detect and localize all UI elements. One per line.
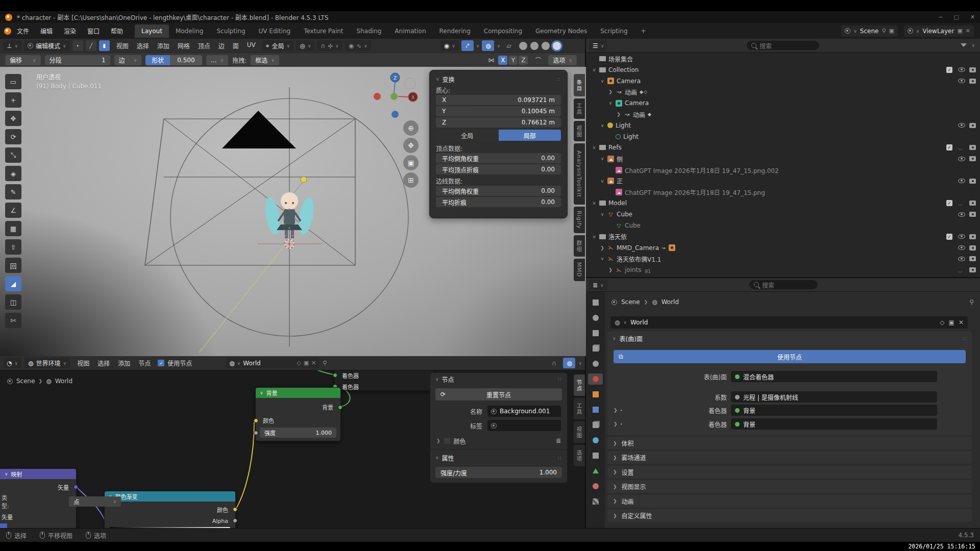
vertex-select-button[interactable]: ∙	[72, 40, 83, 51]
disable-render-icon[interactable]	[969, 79, 976, 84]
viewlayer-selector[interactable]: ∨ ViewLayer ▣ ✕	[904, 26, 974, 37]
median-x-field[interactable]: X0.093721 m	[436, 95, 561, 105]
disable-render-icon[interactable]	[969, 234, 976, 239]
window-close-button[interactable]: ✕	[970, 14, 975, 20]
global-button[interactable]: 全局	[436, 130, 499, 141]
workspace-tab-sculpting[interactable]: Sculpting	[210, 24, 252, 38]
disable-render-icon[interactable]	[969, 123, 976, 128]
collapse-icon[interactable]: ∨	[436, 77, 439, 82]
breadcrumb-world[interactable]: World	[55, 378, 72, 385]
drag-mode-dropdown[interactable]: 框选∨	[251, 55, 279, 65]
mapping-type-dropdown[interactable]: 点∨	[69, 496, 121, 507]
viewport-menu-添加[interactable]: 添加	[153, 40, 174, 52]
properties-tab-physics[interactable]	[588, 435, 603, 446]
copy-icon[interactable]: ▣	[957, 28, 962, 34]
mix-shader-node[interactable]: 着色器 着色器	[334, 367, 434, 391]
shader-n-panel-tab-视图[interactable]: 视图	[574, 421, 585, 443]
outliner-row-Cube[interactable]: ∨▽Cube	[586, 209, 980, 220]
reset-node-button[interactable]: ⟳ 重置节点	[435, 388, 562, 400]
disable-render-icon[interactable]	[969, 267, 976, 272]
viewport-menu-边[interactable]: 边	[214, 40, 229, 52]
workspace-tab-animation[interactable]: Animation	[388, 24, 432, 38]
hide-eye-icon[interactable]	[958, 212, 965, 217]
workspace-tab-scripting[interactable]: Scripting	[594, 24, 634, 38]
menu-文件[interactable]: 文件	[11, 24, 35, 37]
tool-options-dropdown[interactable]: 选项∨	[548, 55, 577, 65]
copy-icon[interactable]: ▣	[949, 319, 954, 326]
vertex-data-field-0[interactable]: 平均倒角权重0.00	[436, 153, 561, 163]
edge-select-button[interactable]: ╱	[86, 40, 96, 51]
drag-handle-icon[interactable]: ∷	[558, 377, 562, 382]
window-maximize-button[interactable]: ▢	[953, 14, 959, 20]
xray-toggle[interactable]: ▱	[503, 40, 515, 51]
outliner-row-侧[interactable]: ∨侧	[586, 153, 980, 164]
n-panel-tab-MMD[interactable]: MMD	[574, 259, 585, 281]
shader-menu-选择[interactable]: 选择	[93, 357, 114, 369]
n-panel-tab-条目[interactable]: 条目	[574, 74, 585, 96]
menu-帮助[interactable]: 帮助	[105, 24, 129, 37]
fake-user-shield-icon[interactable]: ◇	[297, 360, 301, 366]
vector-output-socket[interactable]	[74, 485, 78, 489]
workspace-tab-shading[interactable]: Shading	[350, 24, 388, 38]
properties-tab-texture[interactable]	[588, 496, 603, 507]
menu-窗口[interactable]: 窗口	[82, 24, 105, 37]
outliner-row-ChatGPT Image 2026年1月18日 19_47_15.png[interactable]: ChatGPT Image 2026年1月18日 19_47_15.png	[586, 187, 980, 198]
hide-eye-icon[interactable]	[958, 245, 965, 250]
vertex-data-field-1[interactable]: 平均顶点折痕0.00	[436, 164, 561, 174]
use-nodes-checkbox[interactable]: ✓	[158, 360, 164, 366]
drag-handle-icon[interactable]: ∷	[963, 336, 967, 341]
properties-tab-material[interactable]	[588, 481, 603, 492]
properties-tab-tool[interactable]	[588, 297, 603, 308]
chevron-down-icon[interactable]: ∨	[971, 43, 975, 48]
mode-dropdown[interactable]: 编辑模式∨	[24, 40, 70, 51]
node-name-field[interactable]: Background.001	[487, 406, 561, 417]
exclude-checkbox[interactable]: ✓	[946, 144, 952, 151]
outliner-row-Light[interactable]: ∨Light	[586, 120, 980, 131]
properties-tab-scene[interactable]	[588, 358, 603, 369]
visibility-dropdown[interactable]: ◉∨	[440, 40, 459, 51]
breadcrumb-world[interactable]: World	[662, 298, 679, 306]
add-workspace-button[interactable]: +	[634, 24, 653, 38]
median-z-field[interactable]: Z0.76612 m	[436, 117, 561, 128]
gizmos-toggle[interactable]: ⤤	[461, 40, 474, 51]
editor-type-button[interactable]: ◔∨	[3, 358, 21, 368]
bevel-segments-field[interactable]: 分段1	[45, 55, 110, 65]
tool-move[interactable]: ✥	[5, 111, 21, 126]
hide-eye-icon[interactable]	[958, 234, 965, 239]
outliner-row-场景集合[interactable]: 场景集合	[586, 53, 980, 64]
hide-eye-icon[interactable]	[958, 157, 965, 161]
outliner-row-洛天依[interactable]: ∨洛天依✓	[586, 231, 980, 242]
tool-add-cube[interactable]: ▦	[5, 221, 21, 236]
shader-menu-视图[interactable]: 视图	[73, 357, 93, 369]
properties-tab-view-layer[interactable]	[588, 343, 603, 354]
panel-自定义属性[interactable]: ❯自定义属性	[607, 509, 972, 522]
mirror-x-toggle[interactable]: X	[498, 56, 507, 65]
pin-icon[interactable]: ⚲	[323, 360, 327, 366]
correct-face-attributes-icon[interactable]: ⌒	[532, 55, 544, 65]
more-options-dropdown[interactable]: …∨	[206, 55, 229, 65]
n-panel-tab-工具[interactable]: 工具	[574, 98, 585, 119]
filter-funnel-icon[interactable]	[961, 43, 967, 47]
shader-socket[interactable]	[333, 373, 337, 378]
shading-wireframe-button[interactable]	[519, 42, 527, 50]
n-panel-tab-Rigify[interactable]: Rigify	[574, 207, 585, 233]
disable-render-icon[interactable]	[969, 201, 976, 206]
unlink-icon[interactable]: ✕	[311, 360, 316, 366]
snap-magnet-icon[interactable]: ∩	[548, 358, 560, 368]
hide-eye-icon[interactable]	[958, 257, 965, 261]
shading-material-button[interactable]	[542, 42, 550, 50]
row-value-field[interactable]: 混合着色器	[731, 371, 937, 382]
tool-annotate[interactable]: ✎	[5, 184, 21, 199]
color-ramp-node[interactable]: ∨颜色渐变 颜色 Alpha	[104, 491, 236, 528]
hide-eye-icon[interactable]	[958, 179, 965, 183]
workspace-tab-uv-editing[interactable]: UV Editing	[252, 24, 298, 38]
properties-tab-world[interactable]	[588, 373, 603, 385]
panel-视图显示[interactable]: ❯视图显示	[607, 480, 972, 493]
shader-n-panel-tab-工具[interactable]: 工具	[574, 398, 585, 419]
tool-cursor[interactable]: +	[5, 92, 21, 108]
bevel-shape-slider[interactable]: 形状 0.500	[145, 55, 202, 65]
hide-eye-closed-icon[interactable]: ◡	[958, 267, 963, 273]
color-swatch[interactable]	[444, 438, 450, 444]
properties-tab-object[interactable]	[588, 389, 603, 400]
viewport-menu-选择[interactable]: 选择	[133, 40, 153, 52]
